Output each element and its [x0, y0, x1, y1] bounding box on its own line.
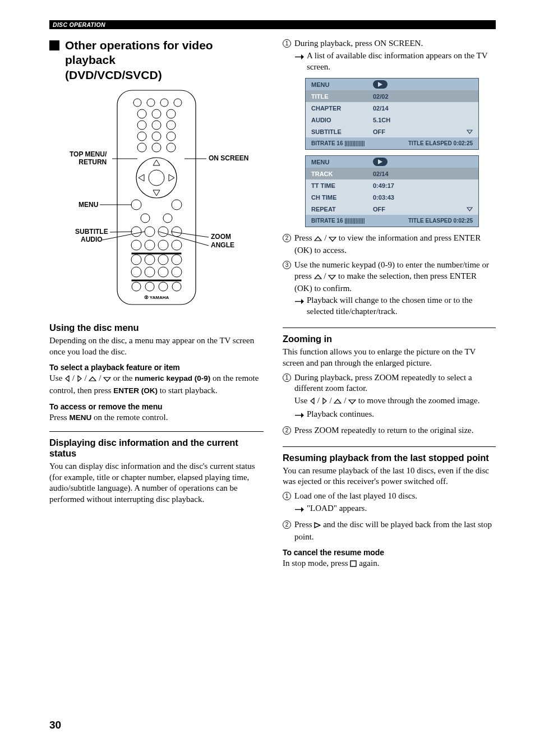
right-column: 1 During playback, press ON SCREEN. A li… [283, 35, 496, 570]
svg-marker-58 [78, 376, 81, 381]
osd-row-label: AUDIO [311, 117, 373, 123]
svg-marker-73 [311, 398, 314, 404]
osd-row-value: OFF [373, 206, 465, 213]
down-icon [328, 272, 336, 283]
p-using-disc-menu: Depending on the disc, a menu may appear… [49, 335, 264, 358]
svg-rect-82 [350, 561, 356, 566]
play-icon [314, 520, 321, 532]
callout-menu: MENU [79, 201, 98, 209]
osd-row-label: CH TIME [311, 194, 373, 201]
osd-row: AUDIO5.1CH [306, 114, 478, 126]
h2-zooming: Zooming in [283, 334, 496, 344]
p-zooming: This function allows you to enlarge the … [283, 347, 496, 369]
osd-row-value: 02/14 [373, 170, 465, 177]
step-1: 1 During playback, press ON SCREEN. A li… [283, 38, 496, 72]
section-bullet-icon [49, 40, 59, 50]
svg-marker-62 [301, 54, 304, 59]
svg-marker-81 [315, 523, 320, 528]
osd-row-value: OFF [373, 128, 465, 135]
resume-step-1: 1 Load one of the last played 10 discs. … [283, 491, 496, 516]
down-icon [348, 397, 356, 408]
osd1-footer-right: TITLE ELASPED 0:02:25 [408, 140, 473, 146]
circled-1-icon: 1 [283, 39, 291, 48]
h3-select-feature: To select a playback feature or item [49, 363, 264, 372]
svg-marker-57 [66, 376, 69, 381]
osd-row: TRACK02/14 [306, 168, 478, 179]
callout-zoom: ZOOM [211, 233, 231, 241]
circled-2-icon: 2 [283, 234, 291, 242]
dropdown-triangle-icon [465, 206, 473, 213]
h2-displaying: Displaying disc information and the curr… [49, 437, 264, 459]
svg-marker-65 [378, 159, 382, 164]
up-icon [314, 272, 322, 283]
section-title-line2: (DVD/VCD/SVCD) [65, 68, 264, 82]
svg-marker-76 [349, 400, 356, 404]
stop-icon [350, 559, 357, 570]
breadcrumb: DISC OPERATION [49, 20, 496, 29]
osd-row-value: 02/02 [373, 93, 465, 100]
osd2-footer-right: TITLE ELASPED 0:02:25 [408, 218, 473, 224]
svg-marker-67 [315, 237, 321, 241]
h3-cancel-resume: To cancel the resume mode [283, 548, 496, 557]
right-icon [322, 397, 328, 408]
osd-row-label: SUBTITLE [311, 128, 373, 135]
svg-marker-74 [323, 398, 326, 404]
h3-access-remove: To access or remove the menu [49, 402, 264, 411]
svg-marker-78 [301, 413, 304, 418]
svg-line-54 [102, 232, 145, 240]
down-icon [329, 234, 336, 245]
osd-row: REPEATOFF [306, 203, 478, 215]
osd-row-label: REPEAT [311, 206, 373, 213]
up-icon [334, 397, 342, 408]
osd-row: TT TIME0:49:17 [306, 179, 478, 191]
p-displaying: You can display disc information and the… [49, 461, 264, 505]
osd2-footer-left: BITRATE 16 ||||||||||||| [311, 218, 365, 224]
svg-line-53 [110, 232, 132, 232]
left-column: Other operations for video playback (DVD… [49, 35, 264, 570]
callout-angle: ANGLE [211, 242, 234, 250]
callout-audio: AUDIO [81, 236, 103, 244]
svg-marker-70 [329, 275, 335, 279]
osd-table-2: MENU TRACK02/14TT TIME0:49:17CH TIME0:03… [305, 155, 479, 227]
circled-2-icon: 2 [283, 426, 291, 435]
up-icon [314, 234, 322, 245]
svg-marker-80 [301, 507, 304, 512]
arrow-right-icon [294, 505, 305, 516]
osd-row: SUBTITLEOFF [306, 126, 478, 137]
h2-using-disc-menu: Using the disc menu [49, 322, 264, 333]
svg-marker-75 [334, 399, 341, 403]
osd2-menu-label: MENU [311, 159, 373, 165]
osd-row-label: TRACK [311, 170, 373, 177]
step-3: 3 Use the numeric keypad (0-9) to enter … [283, 260, 496, 317]
p-select-feature: Use / / / or the numeric keypad (0-9) on… [49, 373, 264, 397]
svg-marker-59 [89, 377, 96, 381]
resume-step-2: 2 Press and the disc will be played back… [283, 519, 496, 543]
up-icon [89, 374, 96, 385]
osd1-menu-label: MENU [311, 81, 373, 88]
step-2: 2 Press / to view the information and pr… [283, 233, 496, 256]
osd-row-value: 0:49:17 [373, 182, 465, 189]
down-icon [103, 374, 111, 385]
callout-topmenu: TOP MENU/ RETURN [70, 151, 107, 167]
left-icon [310, 397, 315, 408]
circled-2-icon: 2 [283, 520, 291, 529]
play-pill-icon [373, 80, 388, 89]
svg-marker-72 [301, 299, 304, 304]
p-resuming: You can resume playback of the last 10 d… [283, 465, 496, 488]
dropdown-triangle-icon [465, 128, 473, 135]
osd-row-label: CHAPTER [311, 105, 373, 112]
osd-table-1: MENU TITLE02/02CHAPTER02/14AUDIO5.1CHSUB… [305, 78, 479, 150]
svg-marker-69 [315, 275, 321, 279]
svg-marker-63 [378, 82, 382, 87]
zoom-step-2: 2 Press ZOOM repeatedly to return to the… [283, 425, 496, 436]
left-icon [64, 374, 70, 385]
circled-1-icon: 1 [283, 492, 291, 500]
osd-row: CH TIME0:03:43 [306, 191, 478, 203]
osd-row: TITLE02/02 [306, 90, 478, 102]
play-pill-icon [373, 158, 388, 166]
osd-row-label: TT TIME [311, 182, 373, 189]
remote-illustration: ⦿ YAMAHA TOP MENU/ RETURN ON SCREEN MENU… [49, 87, 264, 317]
callout-onscreen: ON SCREEN [209, 155, 248, 163]
arrow-right-icon [294, 52, 305, 73]
osd1-footer-left: BITRATE 16 ||||||||||||| [311, 140, 365, 146]
